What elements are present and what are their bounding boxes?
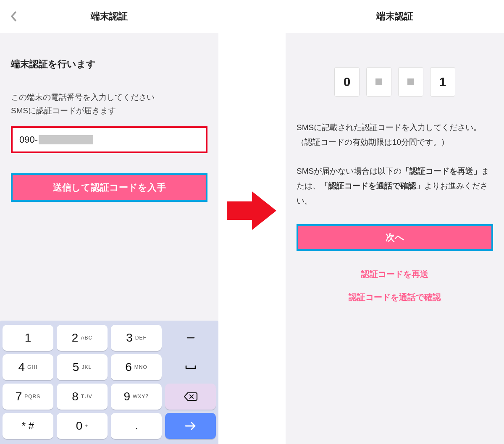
keypad-key-3[interactable]: 3DEF [111, 325, 162, 351]
instruction-line2: SMSに認証コードが届きます [11, 106, 116, 115]
flow-arrow [227, 190, 277, 232]
code-instruction: SMSに記載された認証コードを入力してください。 （認証コードの有効期限は10分… [297, 120, 493, 149]
keypad-key-space[interactable] [165, 354, 216, 380]
help-instruction: SMSが届かない場合は以下の「認証コードを再送」または、「認証コードを通話で確認… [297, 164, 493, 208]
code-digit-4[interactable]: 1 [430, 67, 455, 97]
big-arrow-right-icon [227, 190, 277, 232]
next-button-label: 次へ [386, 231, 404, 244]
keypad-key-backspace[interactable] [165, 384, 216, 410]
keypad-key-4[interactable]: 4GHI [3, 354, 53, 380]
send-code-button[interactable]: 送信して認証コードを入手 [11, 173, 207, 202]
header: 端末認証 [286, 0, 504, 33]
phone-redacted [39, 135, 93, 144]
send-code-button-label: 送信して認証コードを入手 [53, 181, 166, 194]
page-title: 端末認証 [376, 10, 413, 23]
backspace-icon [183, 391, 198, 402]
keypad-key-sym[interactable]: * # [3, 413, 53, 439]
keypad-key-7[interactable]: 7PQRS [3, 384, 53, 410]
keypad-key-go[interactable] [165, 413, 216, 439]
arrow-right-icon [184, 420, 198, 432]
screen-phone-entry: 端末認証 端末認証を行います この端末の電話番号を入力してください SMSに認証… [0, 0, 218, 444]
code-digit-1[interactable]: 0 [334, 67, 360, 97]
keypad-key-1[interactable]: 1 [3, 325, 53, 351]
keypad-key-2[interactable]: 2ABC [57, 325, 108, 351]
keypad-key-9[interactable]: 9WXYZ [111, 384, 162, 410]
space-icon [184, 361, 198, 373]
phone-prefix: 090- [19, 134, 38, 145]
numeric-keypad: 1 2ABC 3DEF 4GHI 5JKL 6MNO 7PQRS 8TUV [0, 321, 218, 444]
instruction-text: この端末の電話番号を入力してください SMSに認証コードが届きます [11, 91, 207, 118]
header: 端末認証 [0, 0, 218, 33]
instruction-line1: この端末の電話番号を入力してください [11, 93, 155, 102]
keypad-key-0[interactable]: 0+ [57, 413, 108, 439]
svg-marker-1 [227, 191, 276, 230]
screen-code-entry: 端末認証 0 1 SMSに記載された認証コードを入力してください。 （認証コード… [286, 0, 504, 444]
keypad-key-6[interactable]: 6MNO [111, 354, 162, 380]
code-digit-2[interactable] [366, 67, 391, 97]
keypad-key-8[interactable]: 8TUV [57, 384, 108, 410]
next-button[interactable]: 次へ [297, 224, 493, 251]
code-digit-3[interactable] [398, 67, 423, 97]
back-button[interactable] [8, 10, 20, 23]
code-input-row: 0 1 [297, 33, 493, 97]
masked-square-icon [375, 78, 382, 85]
phone-number-input[interactable]: 090- [11, 126, 207, 153]
page-title: 端末認証 [91, 10, 128, 23]
keypad-key-minus[interactable] [165, 325, 216, 351]
heading: 端末認証を行います [11, 33, 207, 71]
minus-icon [185, 332, 197, 344]
masked-square-icon [407, 78, 414, 85]
resend-code-link[interactable]: 認証コードを再送 [297, 269, 493, 280]
keypad-key-dot[interactable]: ． [111, 413, 162, 439]
chevron-left-icon [10, 10, 18, 22]
confirm-by-call-link[interactable]: 認証コードを通話で確認 [297, 292, 493, 303]
body: 0 1 SMSに記載された認証コードを入力してください。 （認証コードの有効期限… [286, 33, 504, 444]
keypad-key-5[interactable]: 5JKL [57, 354, 108, 380]
